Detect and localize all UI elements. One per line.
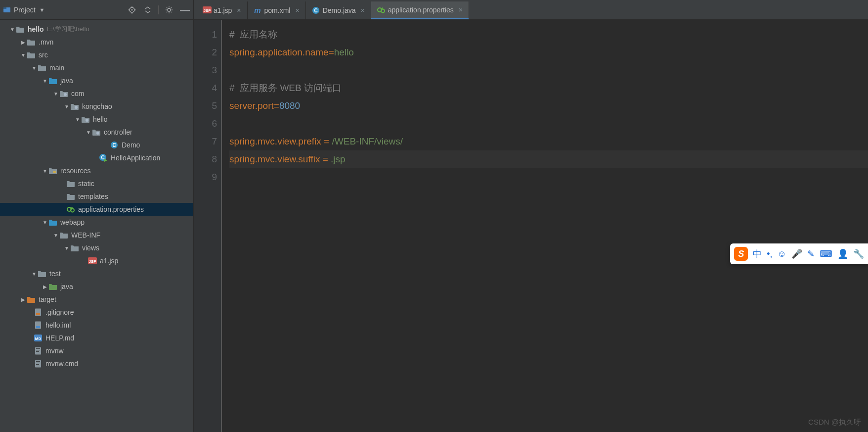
tree-arrow-icon[interactable]: ▼ [42,78,48,84]
svg-rect-35 [36,361,40,362]
tree-label: java [60,77,73,85]
tree-row[interactable]: MDHELP.md [0,332,193,344]
tree-row[interactable]: ▼WEB-INF [0,229,193,241]
minimize-icon[interactable]: — [179,4,190,15]
editor-pane: JSPa1.jsp×mpom.xml×CDemo.java×applicatio… [194,0,868,432]
ime-mic-icon[interactable]: 🎤 [791,248,802,259]
ime-edit-icon[interactable]: ✎ [807,248,815,259]
ime-user-icon[interactable]: 👤 [837,248,848,259]
tree-arrow-icon[interactable]: ▼ [85,130,92,135]
tree-row[interactable]: templates [0,190,193,203]
editor-tab[interactable]: application.properties× [371,1,469,19]
tree-row[interactable]: ▼com [0,87,193,100]
divider [158,5,159,14]
gear-icon[interactable] [164,4,174,15]
tree-row[interactable]: mvnw.cmd [0,357,193,370]
tree-row[interactable]: .gitignore [0,306,193,319]
tree-label: hello.iml [45,321,71,329]
code-divider [221,20,222,432]
tree-arrow-icon[interactable]: ▶ [42,284,48,289]
editor-tab[interactable]: CDemo.java× [306,1,371,19]
tree-arrow-icon[interactable]: ▼ [20,52,27,58]
close-icon[interactable]: × [361,6,365,14]
editor-tab[interactable]: mpom.xml× [248,1,306,19]
close-icon[interactable]: × [237,6,241,14]
ime-toolbar[interactable]: S 中 •, ☺ 🎤 ✎ ⌨ 👤 🔧 [730,243,868,264]
tree-row[interactable]: hello.iml [0,319,193,332]
folder-blue-icon [48,76,57,85]
tree-row[interactable]: ▼controller [0,126,193,139]
svg-point-12 [96,132,99,135]
tree-row[interactable]: JSPa1.jsp [0,254,193,267]
ime-tool-icon[interactable]: 🔧 [853,248,864,259]
code-content[interactable]: # 应用名称 spring.application.name=hello # 应… [222,20,868,432]
tree-arrow-icon[interactable]: ▼ [31,271,38,277]
gutter: 123456789 [194,20,222,432]
svg-rect-18 [53,171,56,173]
folder-green-icon [48,282,57,291]
ime-punct-icon[interactable]: •, [767,249,772,259]
folder-web-icon [48,218,57,227]
tree-row[interactable]: ▼main [0,61,193,74]
code-comment: # 应用名称 [229,29,277,40]
tree-row[interactable]: mvnw [0,344,193,357]
project-title[interactable]: Project [14,6,36,14]
tree-row[interactable]: ▼resources [0,164,193,177]
tree-arrow-icon[interactable]: ▶ [20,40,27,45]
ime-keyboard-icon[interactable]: ⌨ [820,248,832,259]
props-icon [377,6,385,14]
tree-row[interactable]: ▶.mvn [0,36,193,48]
tree-row[interactable]: ▼kongchao [0,100,193,113]
ime-lang-icon[interactable]: 中 [753,248,762,260]
tree-row[interactable]: ▼hello [0,113,193,126]
class-icon: C [312,6,320,14]
tree-row[interactable]: CHelloApplication [0,151,193,164]
tree-row[interactable]: ▼webapp [0,216,193,229]
tree-arrow-icon[interactable]: ▼ [52,91,59,96]
code-value: /WEB-INF/views/ [332,136,403,146]
tree-arrow-icon[interactable]: ▼ [63,104,70,109]
tree-row[interactable]: application.properties [0,203,193,216]
tree-label: static [78,180,94,188]
tree-row[interactable]: ▶java [0,280,193,293]
tree-arrow-icon[interactable]: ▼ [42,220,48,225]
svg-rect-1 [3,7,6,9]
folder-grey-icon [27,38,36,47]
chevron-down-icon[interactable]: ▼ [40,7,45,13]
tree-row[interactable]: ▼views [0,241,193,254]
line-number: 5 [194,97,217,115]
svg-point-11 [86,119,88,122]
class-run-icon: C [99,153,108,162]
tree-arrow-icon[interactable]: ▼ [63,245,70,251]
tree-arrow-icon[interactable]: ▶ [20,297,27,302]
svg-marker-17 [104,159,107,162]
tree-arrow-icon[interactable]: ▼ [74,117,81,122]
tree-label: mvnw [45,347,64,355]
tree-row[interactable]: ▼helloE:\学习吧\hello [0,23,193,36]
close-icon[interactable]: × [295,6,299,14]
tree-row[interactable]: ▼src [0,48,193,61]
expand-all-icon[interactable] [142,4,153,15]
ime-emoji-icon[interactable]: ☺ [778,249,786,259]
tree-label: webapp [60,218,85,226]
locate-icon[interactable] [127,4,137,15]
project-tree[interactable]: ▼helloE:\学习吧\hello▶.mvn▼src▼main▼java▼co… [0,20,193,432]
editor-tab[interactable]: JSPa1.jsp× [197,1,248,19]
close-icon[interactable]: × [459,6,463,14]
ime-logo-icon[interactable]: S [734,247,748,261]
tree-row[interactable]: static [0,177,193,190]
tree-arrow-icon[interactable]: ▼ [31,65,38,71]
tree-arrow-icon[interactable]: ▼ [9,27,16,32]
tree-row[interactable]: ▶target [0,293,193,306]
tree-row[interactable]: ▼java [0,74,193,87]
tree-arrow-icon[interactable]: ▼ [52,233,59,238]
tree-label: Demo [122,141,140,149]
tree-row[interactable]: ▼test [0,267,193,280]
tree-arrow-icon[interactable]: ▼ [42,168,48,174]
jsp-icon: JSP [88,256,97,265]
tree-row[interactable]: CDemo [0,139,193,151]
pkg-icon [81,115,90,124]
pkg-icon [70,102,79,111]
svg-text:MD: MD [35,336,42,341]
folder-grey-icon [70,243,79,252]
